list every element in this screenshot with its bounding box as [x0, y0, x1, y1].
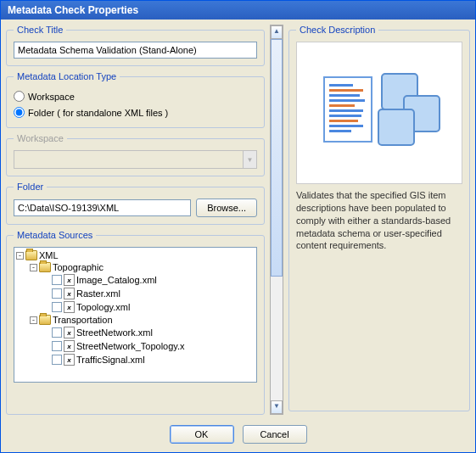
tree-file-label[interactable]: StreetNetwork_Topology.x: [76, 341, 185, 351]
ok-button[interactable]: OK: [170, 425, 234, 444]
check-description-text: Validates that the specified GIS item de…: [296, 189, 462, 252]
metadata-schema-icon: [316, 62, 443, 164]
cancel-button[interactable]: Cancel: [243, 425, 307, 444]
scroll-up-icon[interactable]: ▲: [271, 25, 283, 39]
tree-group-label[interactable]: Topographic: [53, 262, 104, 272]
check-title-group: Check Title: [6, 25, 265, 66]
folder-group: Folder Browse...: [6, 182, 265, 225]
window-titlebar: Metadata Check Properties: [1, 1, 475, 20]
folder-radio-label: Folder ( for standalone XML files ): [28, 108, 168, 118]
left-panel-scrollbar[interactable]: ▲ ▼: [270, 25, 283, 415]
tree-file-label[interactable]: StreetNetwork.xml: [76, 327, 153, 338]
tree-root-label[interactable]: XML: [39, 250, 59, 260]
svg-rect-4: [329, 99, 365, 102]
folder-icon: [25, 250, 37, 260]
tree-checkbox[interactable]: [52, 288, 62, 299]
tree-checkbox[interactable]: [52, 327, 62, 338]
folder-path-input[interactable]: [14, 199, 191, 216]
tree-group-label[interactable]: Transportation: [53, 315, 113, 325]
check-title-input[interactable]: [14, 42, 257, 59]
folder-radio[interactable]: [14, 107, 25, 118]
tree-checkbox[interactable]: [52, 341, 62, 351]
tree-file-label[interactable]: Image_Catalog.xml: [76, 275, 157, 285]
svg-rect-2: [329, 89, 363, 92]
check-description-image: [296, 42, 462, 184]
workspace-legend: Workspace: [14, 133, 67, 143]
svg-rect-13: [378, 109, 414, 145]
xml-file-icon: x: [64, 340, 75, 352]
metadata-sources-tree[interactable]: - XML - Topographic xImage_Catalog.xml x…: [14, 247, 257, 383]
scroll-down-icon[interactable]: ▼: [271, 400, 283, 414]
xml-file-icon: x: [64, 354, 75, 366]
metadata-sources-legend: Metadata Sources: [14, 230, 96, 240]
tree-collapse-icon[interactable]: -: [16, 252, 24, 260]
folder-legend: Folder: [14, 182, 47, 192]
metadata-sources-group: Metadata Sources - XML - Topographic xIm…: [6, 230, 265, 415]
check-title-legend: Check Title: [14, 25, 66, 35]
svg-rect-3: [329, 94, 360, 97]
tree-file-label[interactable]: TrafficSignal.xml: [76, 355, 145, 365]
svg-rect-7: [329, 115, 361, 117]
scroll-thumb[interactable]: [271, 39, 283, 277]
workspace-radio-label: Workspace: [28, 92, 75, 102]
workspace-dropdown: ▼: [14, 150, 257, 169]
dialog-footer: OK Cancel: [1, 420, 475, 449]
workspace-radio[interactable]: [14, 91, 25, 102]
tree-checkbox[interactable]: [52, 355, 62, 365]
location-type-legend: Metadata Location Type: [14, 71, 120, 81]
svg-rect-1: [329, 84, 353, 87]
workspace-group: Workspace ▼: [6, 133, 265, 176]
folder-icon: [39, 262, 51, 272]
browse-button[interactable]: Browse...: [196, 199, 257, 217]
tree-collapse-icon[interactable]: -: [30, 264, 37, 271]
svg-rect-5: [329, 104, 355, 107]
xml-file-icon: x: [64, 327, 75, 338]
tree-collapse-icon[interactable]: -: [30, 316, 37, 324]
check-description-group: Check Description: [288, 25, 470, 411]
chevron-down-icon: ▼: [243, 151, 256, 168]
svg-rect-8: [329, 120, 358, 122]
svg-rect-6: [329, 109, 363, 112]
xml-file-icon: x: [64, 274, 75, 286]
svg-rect-10: [329, 130, 351, 132]
tree-file-label[interactable]: Topology.xml: [76, 302, 130, 312]
tree-checkbox[interactable]: [52, 302, 62, 312]
check-description-legend: Check Description: [296, 25, 378, 35]
xml-file-icon: x: [64, 301, 75, 313]
xml-file-icon: x: [64, 288, 75, 299]
location-type-group: Metadata Location Type Workspace Folder …: [6, 71, 265, 128]
folder-icon: [39, 315, 51, 325]
svg-rect-9: [329, 125, 363, 127]
tree-file-label[interactable]: Raster.xml: [76, 288, 120, 299]
tree-checkbox[interactable]: [52, 275, 62, 285]
